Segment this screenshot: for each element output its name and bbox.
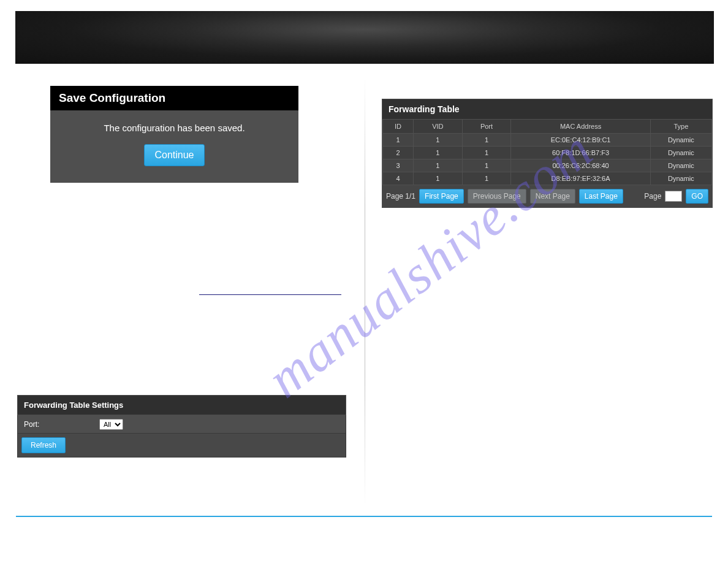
next-page-button[interactable]: Next Page: [530, 189, 575, 204]
page-label: Page: [644, 192, 661, 201]
table-row: 2 1 1 60:F8:1D:66:B7:F3 Dynamic: [383, 147, 712, 159]
footer-rule: [16, 516, 712, 517]
previous-page-button[interactable]: Previous Page: [468, 189, 526, 204]
forwarding-table-settings-panel: Forwarding Table Settings Port: All Refr…: [17, 395, 346, 458]
go-button[interactable]: GO: [686, 189, 708, 204]
column-header-id: ID: [383, 120, 414, 134]
forwarding-table-panel: Forwarding Table ID VID Port MAC Address…: [382, 99, 713, 208]
horizontal-rule: [199, 294, 341, 295]
vertical-divider: [365, 77, 365, 506]
forwarding-table-settings-title: Forwarding Table Settings: [17, 395, 346, 415]
top-banner: [15, 11, 714, 64]
column-header-port: Port: [462, 120, 511, 134]
save-configuration-message: The configuration has been saved.: [56, 123, 292, 133]
page-indicator: Page 1/1: [386, 192, 415, 201]
port-select[interactable]: All: [99, 419, 123, 430]
last-page-button[interactable]: Last Page: [579, 189, 623, 204]
table-row: 3 1 1 00:26:C6:2C:68:40 Dynamic: [383, 159, 712, 172]
refresh-button[interactable]: Refresh: [21, 437, 66, 453]
column-header-mac: MAC Address: [511, 120, 651, 134]
port-label: Port:: [18, 417, 96, 432]
page-input[interactable]: [665, 191, 682, 202]
forwarding-table: ID VID Port MAC Address Type 1 1 1 EC:0E…: [382, 119, 712, 185]
save-configuration-panel: Save Configuration The configuration has…: [50, 86, 298, 183]
save-configuration-title: Save Configuration: [50, 86, 298, 110]
table-row: 4 1 1 D8:EB:97:EF:32:6A Dynamic: [383, 172, 712, 185]
forwarding-table-title: Forwarding Table: [382, 99, 712, 119]
column-header-vid: VID: [414, 120, 463, 134]
table-row: 1 1 1 EC:0E:C4:12:B9:C1 Dynamic: [383, 134, 712, 147]
continue-button[interactable]: Continue: [144, 144, 204, 166]
pagination-bar: Page 1/1 First Page Previous Page Next P…: [382, 185, 712, 207]
column-header-type: Type: [650, 120, 711, 134]
first-page-button[interactable]: First Page: [419, 189, 464, 204]
